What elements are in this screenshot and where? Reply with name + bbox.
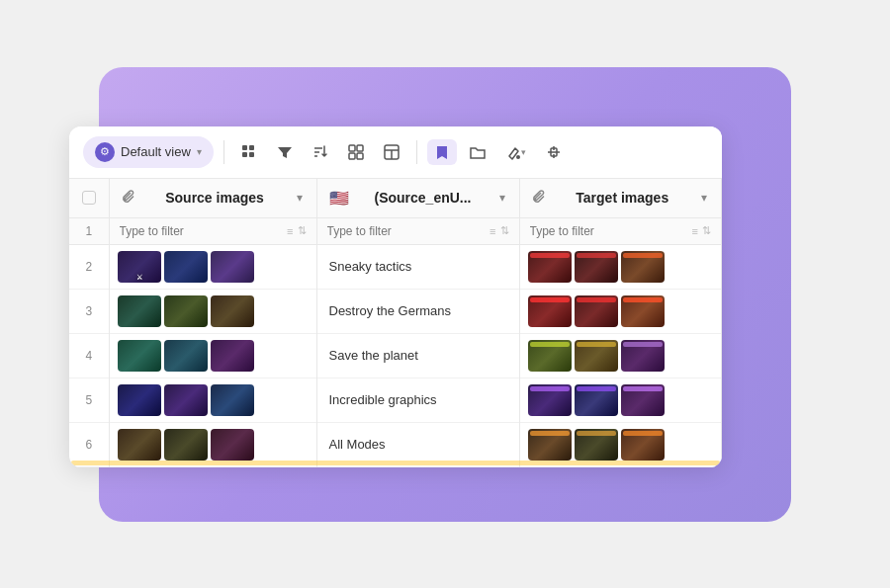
- source-filter-input[interactable]: [120, 224, 284, 238]
- target-thumbnail[interactable]: [621, 295, 665, 327]
- source-en-label: (Source_enU...: [355, 190, 491, 206]
- target-images-cell-2: [519, 244, 722, 289]
- source-thumbnail[interactable]: [118, 429, 161, 461]
- filter-small-icon-3: ≡: [692, 225, 698, 237]
- source-thumbnail[interactable]: [118, 384, 161, 416]
- source-thumbnail[interactable]: [118, 295, 161, 327]
- source-images-dropdown-button[interactable]: ▾: [295, 189, 305, 207]
- group-button[interactable]: [341, 139, 371, 165]
- target-images-cell-4: [519, 333, 722, 378]
- toolbar-divider-2: [416, 140, 417, 164]
- select-all-checkbox[interactable]: [82, 191, 96, 205]
- filter-button[interactable]: [270, 139, 300, 165]
- target-thumbnail[interactable]: [621, 429, 665, 461]
- table-row: 6 All Modes: [69, 422, 722, 466]
- source-thumbnail[interactable]: [211, 295, 254, 327]
- row-num-1: 1: [69, 217, 109, 244]
- target-images-column-header: Target images ▾: [519, 179, 722, 218]
- grid-icon: [241, 144, 257, 160]
- target-thumbnail[interactable]: [621, 251, 665, 283]
- align-button[interactable]: [539, 139, 569, 165]
- folder-button[interactable]: [463, 139, 492, 165]
- table-header-row: Source images ▾ 🇺🇸 (Source_enU... ▾: [69, 179, 722, 218]
- toolbar-divider-1: [223, 140, 224, 164]
- row-num-3: 3: [69, 289, 109, 333]
- target-thumbnail[interactable]: [575, 429, 618, 461]
- source-en-column-header: 🇺🇸 (Source_enU... ▾: [316, 179, 519, 218]
- bookmark-icon: [434, 144, 450, 160]
- filter-small-icon-2: ≡: [490, 225, 495, 237]
- grid-view-button[interactable]: [234, 139, 264, 165]
- svg-rect-1: [249, 145, 254, 150]
- source-images-cell-4: [109, 333, 316, 378]
- row-num-5: 5: [69, 378, 109, 422]
- source-thumbnail[interactable]: [118, 340, 161, 372]
- source-thumbnail[interactable]: [211, 384, 254, 416]
- paint-chevron-icon: ▾: [521, 147, 526, 157]
- source-thumbnail[interactable]: [164, 251, 208, 283]
- layout-button[interactable]: [377, 139, 406, 165]
- source-images-cell-6: [109, 422, 316, 466]
- paint-icon: [505, 144, 521, 160]
- source-thumbnail[interactable]: [164, 295, 208, 327]
- source-thumbnail[interactable]: [211, 340, 254, 372]
- source-filter-cell: ≡ ⇅: [109, 217, 316, 244]
- source-images-cell-5: [109, 378, 316, 422]
- svg-rect-0: [242, 145, 247, 150]
- sort-button[interactable]: [306, 139, 335, 165]
- svg-rect-9: [349, 153, 355, 159]
- target-thumbnail[interactable]: [621, 384, 665, 416]
- target-thumbnail[interactable]: [528, 384, 572, 416]
- text-cell-4: Save the planet: [316, 333, 519, 378]
- text-cell-5: Incredible graphics: [316, 378, 519, 422]
- source-en-dropdown-button[interactable]: ▾: [497, 189, 507, 207]
- target-thumbnail[interactable]: [621, 340, 665, 372]
- target-images-dropdown-button[interactable]: ▾: [699, 189, 709, 207]
- target-images-label: Target images: [552, 190, 694, 206]
- source-thumbnail[interactable]: [211, 429, 254, 461]
- source-images-cell-2: ⚔: [109, 244, 316, 289]
- gear-icon: ⚙: [95, 142, 115, 162]
- attachment-icon-2: [532, 190, 546, 207]
- source-thumbnail[interactable]: [164, 429, 208, 461]
- view-selector-button[interactable]: ⚙ Default view ▾: [83, 136, 214, 168]
- target-thumbnail[interactable]: [575, 384, 618, 416]
- svg-rect-3: [249, 152, 254, 157]
- checkbox-column-header: [69, 179, 109, 218]
- text-cell-2: Sneaky tactics: [316, 244, 519, 289]
- target-thumbnail[interactable]: [528, 340, 572, 372]
- source-thumbnail[interactable]: [164, 340, 208, 372]
- svg-rect-10: [357, 153, 363, 159]
- source-thumbnail[interactable]: [211, 251, 254, 283]
- source-images-label: Source images: [141, 190, 289, 206]
- target-thumbnail[interactable]: [528, 251, 572, 283]
- source-thumbnail[interactable]: ⚔: [118, 251, 161, 283]
- target-filter-cell: ≡ ⇅: [519, 217, 722, 244]
- view-label: Default view: [121, 144, 191, 159]
- folder-icon: [470, 144, 486, 160]
- svg-rect-8: [357, 145, 363, 151]
- target-images-cell-3: [519, 289, 722, 333]
- source-images-cell-3: [109, 289, 316, 333]
- target-thumbnail[interactable]: [575, 251, 618, 283]
- target-thumbnail[interactable]: [528, 429, 572, 461]
- en-filter-cell: ≡ ⇅: [316, 217, 519, 244]
- table-row: 5 Incredible graphics: [69, 378, 722, 422]
- target-thumbnail[interactable]: [575, 340, 618, 372]
- table-row: 2 ⚔ Sneaky tactics: [69, 244, 722, 289]
- svg-point-14: [516, 155, 520, 159]
- table-row: 4 Save the planet: [69, 333, 722, 378]
- paint-button[interactable]: ▾: [498, 139, 533, 165]
- target-thumbnail[interactable]: [528, 295, 572, 327]
- sort-small-icon-3: ⇅: [702, 224, 711, 237]
- background-gradient: ⚙ Default view ▾: [99, 67, 791, 522]
- filter-row: 1 ≡ ⇅ ≡: [69, 217, 722, 244]
- data-table: Source images ▾ 🇺🇸 (Source_enU... ▾: [69, 179, 722, 467]
- en-filter-input[interactable]: [327, 224, 487, 238]
- target-thumbnail[interactable]: [575, 295, 618, 327]
- flag-icon: 🇺🇸: [329, 189, 349, 208]
- bookmark-active-button[interactable]: [427, 139, 457, 165]
- source-thumbnail[interactable]: [164, 384, 208, 416]
- source-images-column-header: Source images ▾: [109, 179, 316, 218]
- target-filter-input[interactable]: [530, 224, 688, 238]
